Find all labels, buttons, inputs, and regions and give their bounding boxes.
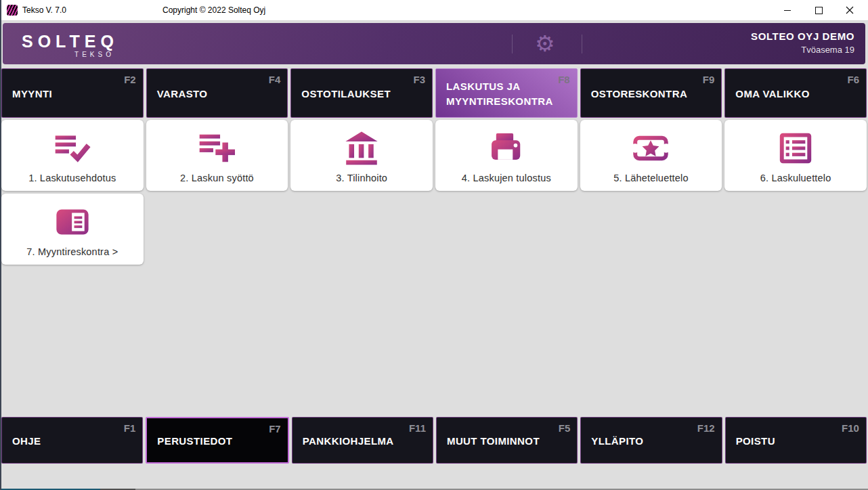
bottom-tab-row: F1 OHJE F7 PERUSTIEDOT F11 PANKKIOHJELMA… xyxy=(0,417,868,464)
close-button[interactable] xyxy=(834,0,865,20)
fkey-badge: F8 xyxy=(558,74,570,85)
tab-ohje[interactable]: F1 OHJE xyxy=(1,417,143,464)
list-table-icon xyxy=(777,129,814,167)
tab-label: OSTOTILAUKSET xyxy=(301,86,402,101)
ticket-star-icon xyxy=(632,129,669,167)
fkey-badge: F10 xyxy=(842,422,859,434)
tab-yllapito[interactable]: F12 YLLÄPITO xyxy=(580,417,722,464)
menu-item-laskutusehdotus[interactable]: 1. Laskutusehdotus xyxy=(1,120,144,191)
tab-varasto[interactable]: F4 VARASTO xyxy=(146,68,288,118)
tab-ostotilaukset[interactable]: F3 OSTOTILAUKSET xyxy=(290,68,433,118)
tab-label: PERUSTIEDOT xyxy=(157,433,257,449)
window-controls xyxy=(772,0,865,20)
app-logo-icon xyxy=(7,5,18,16)
header-divider xyxy=(512,35,513,53)
tab-pankkiohjelma[interactable]: F11 PANKKIOHJELMA xyxy=(292,417,433,464)
maximize-button[interactable] xyxy=(803,0,834,20)
minimize-icon xyxy=(784,10,791,11)
menu-item-label: 7. Myyntireskontra > xyxy=(26,246,118,257)
workstation-label: Tvöasema 19 xyxy=(751,45,854,55)
top-tab-row: F2 MYYNTI F4 VARASTO F3 OSTOTILAUKSET F8… xyxy=(0,68,868,118)
tab-poistu[interactable]: F10 POISTU xyxy=(725,417,867,464)
fkey-badge: F7 xyxy=(269,423,281,435)
tab-label: VARASTO xyxy=(157,86,258,101)
tab-myynti[interactable]: F2 MYYNTI xyxy=(1,68,144,118)
printer-icon xyxy=(488,129,525,167)
app-header: SOLTEQ TEKSO ⚙ SOLTEO OYJ DEMO Tvöasema … xyxy=(3,23,865,64)
tab-muut-toiminnot[interactable]: F5 MUUT TOIMINNOT xyxy=(436,417,578,464)
menu-item-laskujen-tulostus[interactable]: 4. Laskujen tulostus xyxy=(435,120,578,191)
tab-label: YLLÄPITO xyxy=(591,433,691,449)
fkey-badge: F9 xyxy=(703,74,715,85)
fkey-badge: F1 xyxy=(124,422,136,434)
menu-item-label: 4. Laskujen tulostus xyxy=(462,173,551,183)
menu-item-label: 2. Laskun syöttö xyxy=(180,173,254,183)
menu-card-grid: 1. Laskutusehdotus 2. Laskun syöttö xyxy=(0,120,868,265)
menu-item-laskuluettelo[interactable]: 6. Laskuluettelo xyxy=(724,120,867,191)
minimize-button[interactable] xyxy=(772,0,803,20)
window-title: Tekso V. 7.0 xyxy=(22,5,66,15)
menu-item-myyntireskontra[interactable]: 7. Myyntireskontra > xyxy=(1,194,144,265)
menu-item-label: 3. Tilinhoito xyxy=(336,173,387,183)
tab-ostoreskontra[interactable]: F9 OSTORESKONTRA xyxy=(580,68,722,118)
tab-label: POISTU xyxy=(736,433,836,449)
window-left-border xyxy=(0,0,1,490)
maximize-icon xyxy=(815,7,823,14)
menu-item-tilinhoito[interactable]: 3. Tilinhoito xyxy=(290,120,433,191)
logo-primary-text: SOLTEQ xyxy=(22,32,118,51)
menu-item-laskun-syotto[interactable]: 2. Laskun syöttö xyxy=(146,120,288,191)
company-name: SOLTEO OYJ DEMO xyxy=(751,30,854,42)
close-icon xyxy=(846,6,854,14)
fkey-badge: F2 xyxy=(124,74,136,85)
menu-item-label: 6. Laskuluettelo xyxy=(760,173,831,183)
tab-oma-valikko[interactable]: F6 OMA VALIKKO xyxy=(724,68,867,118)
menu-item-laheteluettelo[interactable]: 5. Läheteluettelo xyxy=(580,120,722,191)
tab-label: MUUT TOIMINNOT xyxy=(447,433,547,449)
tab-label: MYYNTI xyxy=(12,86,113,101)
fkey-badge: F6 xyxy=(848,74,860,85)
bank-icon xyxy=(343,129,380,167)
copyright-text: Copyright © 2022 Solteq Oyj xyxy=(162,5,265,15)
list-plus-icon xyxy=(198,129,235,167)
fkey-badge: F5 xyxy=(559,422,571,434)
fkey-badge: F4 xyxy=(269,74,281,85)
tab-label: OMA VALIKKO xyxy=(735,86,836,101)
fkey-badge: F12 xyxy=(697,422,715,434)
fkey-badge: F11 xyxy=(409,422,426,434)
session-info: SOLTEO OYJ DEMO Tvöasema 19 xyxy=(751,30,854,55)
menu-item-label: 5. Läheteluettelo xyxy=(613,173,689,183)
tab-perustiedot[interactable]: F7 PERUSTIEDOT xyxy=(146,417,288,464)
settings-gear-icon[interactable]: ⚙ xyxy=(535,32,555,54)
card-document-icon xyxy=(54,203,91,241)
tab-laskutus-ja-myyntireskontra[interactable]: F8 LASKUTUS JA MYYNTIRESKONTRA xyxy=(435,68,578,118)
tab-label: OHJE xyxy=(12,433,112,449)
logo-secondary-text: TEKSO xyxy=(22,51,118,58)
tab-label: LASKUTUS JA MYYNTIRESKONTRA xyxy=(446,79,547,110)
tab-label: PANKKIOHJELMA xyxy=(303,433,403,449)
fkey-badge: F3 xyxy=(414,74,426,85)
menu-item-label: 1. Laskutusehdotus xyxy=(28,173,116,183)
solteq-logo: SOLTEQ TEKSO xyxy=(22,32,118,58)
client-area: SOLTEQ TEKSO ⚙ SOLTEO OYJ DEMO Tvöasema … xyxy=(0,20,868,490)
window-title-bar: Tekso V. 7.0 Copyright © 2022 Solteq Oyj xyxy=(0,0,868,20)
header-divider xyxy=(582,35,582,53)
tab-label: OSTORESKONTRA xyxy=(591,86,692,101)
list-check-icon xyxy=(54,129,91,167)
